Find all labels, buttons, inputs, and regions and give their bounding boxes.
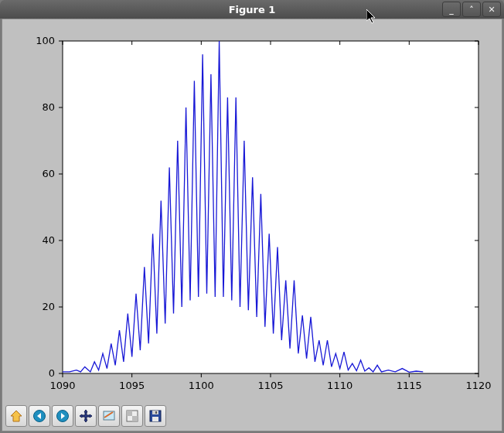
figure-window: Figure 1 _ ˄ ✕ 0204060801001090109511001… [0,0,504,433]
svg-rect-35 [155,411,157,414]
subplots-icon [125,409,139,423]
title-bar[interactable]: Figure 1 _ ˄ ✕ [0,0,504,19]
axes-frame [63,41,478,373]
move-icon [79,409,93,423]
nav-toolbar [5,404,166,428]
arrow-left-icon [32,409,46,423]
save-button[interactable] [145,405,166,427]
svg-rect-32 [150,411,161,421]
svg-rect-30 [127,411,132,416]
xtick-label: 1115 [397,380,422,391]
xtick-label: 1110 [327,380,352,391]
svg-point-27 [57,411,69,422]
xtick-label: 1100 [189,380,214,391]
svg-rect-31 [132,416,138,421]
home-button[interactable] [5,405,27,427]
svg-rect-34 [152,417,158,421]
xtick-label: 1120 [465,380,491,391]
svg-point-26 [34,411,46,422]
minimize-icon: _ [449,5,454,15]
forward-button[interactable] [52,405,73,427]
save-icon [148,409,162,423]
close-icon: ✕ [488,5,495,15]
close-button[interactable]: ✕ [482,2,501,17]
svg-rect-29 [127,411,138,421]
arrow-right-icon [56,409,70,423]
client-area: 0204060801001090109511001105111011151120 [2,19,502,431]
xtick-label: 1105 [257,380,283,391]
plot-svg: 0204060801001090109511001105111011151120 [10,27,494,401]
pan-button[interactable] [75,405,97,427]
xtick-label: 1090 [49,380,75,391]
ytick-label: 0 [49,367,55,379]
figure-canvas[interactable]: 0204060801001090109511001105111011151120 [10,27,494,401]
ytick-label: 80 [42,101,55,113]
svg-rect-33 [152,411,158,414]
maximize-button[interactable]: ˄ [462,2,481,17]
ytick-label: 40 [42,234,55,246]
window-title: Figure 1 [0,4,504,15]
home-icon [9,409,23,423]
zoom-button[interactable] [98,405,120,427]
zoom-icon [102,409,116,423]
ytick-label: 100 [36,35,55,46]
xtick-label: 1095 [119,380,145,391]
window-controls: _ ˄ ✕ [442,2,501,17]
maximize-icon: ˄ [469,5,474,15]
minimize-button[interactable]: _ [442,2,461,17]
back-button[interactable] [29,405,50,427]
ytick-label: 60 [42,168,55,179]
subplots-button[interactable] [121,405,143,427]
ytick-label: 20 [42,301,55,312]
svg-rect-28 [104,411,114,420]
